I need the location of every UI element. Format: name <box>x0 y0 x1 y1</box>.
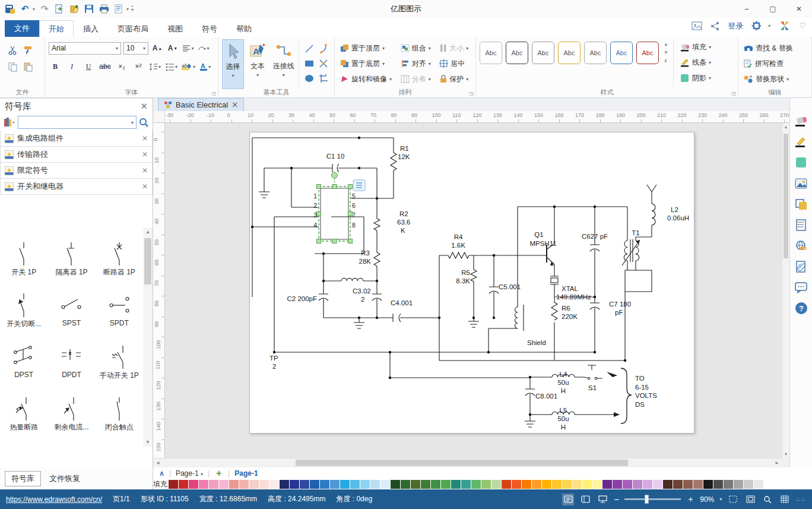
symbol-手动开关 1P[interactable]: 手动开关 1P <box>96 331 143 382</box>
category-close-icon[interactable]: ✕ <box>142 182 148 191</box>
ribbon-tab-5[interactable]: 帮助 <box>227 20 261 37</box>
color-swatch-26[interactable] <box>431 480 440 489</box>
library-category-0[interactable]: ★集成电路组件✕ <box>0 131 153 147</box>
hyperlink-icon[interactable] <box>795 239 808 252</box>
ellipse-shape-icon[interactable] <box>302 71 316 86</box>
symbol-热量断路[interactable]: 热量断路 <box>0 382 47 434</box>
library-category-2[interactable]: ★限定符号✕ <box>0 163 153 179</box>
attachment-icon[interactable] <box>795 260 808 273</box>
arc-shape-icon[interactable] <box>316 42 331 56</box>
color-swatch-54[interactable] <box>713 480 723 489</box>
crop-icon[interactable] <box>316 71 331 86</box>
send-back-button[interactable]: 置于底层▾ <box>338 56 395 71</box>
style-preset-1[interactable]: Abc <box>506 42 528 64</box>
center-button[interactable]: 居中 <box>437 56 472 71</box>
fill-style-icon[interactable] <box>795 115 808 128</box>
align-text-button[interactable]: ▾ <box>182 42 195 55</box>
select-tool-button[interactable]: 选择▾ <box>222 39 244 89</box>
color-swatch-11[interactable] <box>280 480 289 489</box>
category-close-icon[interactable]: ✕ <box>142 134 148 143</box>
style-preset-4[interactable]: Abc <box>584 42 607 64</box>
color-swatch-55[interactable] <box>724 480 733 489</box>
junction-shape-icon[interactable] <box>316 56 331 71</box>
shrink-font-button[interactable]: A▼ <box>166 42 179 55</box>
text-tool-button[interactable]: A 文本▾ <box>247 39 268 89</box>
color-swatch-15[interactable] <box>320 480 329 489</box>
style-preset-3[interactable]: Abc <box>558 42 581 64</box>
note-icon[interactable] <box>795 219 808 232</box>
fit-window-icon[interactable] <box>744 494 756 505</box>
grid-icon[interactable] <box>779 494 791 505</box>
zoom-caret[interactable]: ▾ <box>719 497 722 502</box>
library-category-3[interactable]: ★开关和继电器✕ <box>0 179 153 195</box>
ribbon-tab-0[interactable]: 开始 <box>39 20 74 37</box>
color-swatch-24[interactable] <box>411 480 420 489</box>
undo-caret[interactable]: ▾ <box>33 7 35 12</box>
color-swatch-27[interactable] <box>441 480 451 489</box>
text-rotate-button[interactable]: ▾ <box>197 42 210 55</box>
color-swatch-10[interactable] <box>269 480 279 489</box>
panel-scroll-down[interactable]: ▼ <box>143 438 153 447</box>
color-swatch-47[interactable] <box>643 480 652 489</box>
color-swatch-32[interactable] <box>491 480 501 489</box>
color-swatch-52[interactable] <box>693 480 703 489</box>
share-icon[interactable] <box>710 21 719 30</box>
line-button[interactable]: 线条▾ <box>678 55 713 70</box>
zoom-out-button[interactable]: − <box>614 494 619 504</box>
symbol-开关 1P[interactable]: 开关 1P <box>0 227 47 279</box>
color-swatch-14[interactable] <box>310 480 319 489</box>
symbol-剩余电流...[interactable]: 剩余电流... <box>47 382 95 434</box>
color-swatch-53[interactable] <box>703 480 713 489</box>
h-scroll-thumb[interactable] <box>296 460 628 466</box>
library-category-1[interactable]: ★传输路径✕ <box>0 147 153 163</box>
panel-tab-library[interactable]: 符号库 <box>5 471 41 486</box>
login-button[interactable]: 登录 <box>728 21 743 31</box>
symbol-双向触点[interactable]: 双向触点 <box>47 434 95 447</box>
symbol-断路器 1P[interactable]: 断路器 1P <box>96 227 143 279</box>
find-replace-button[interactable]: 查找 & 替换 <box>742 40 808 56</box>
rectangle-shape-icon[interactable] <box>302 56 316 71</box>
collapse-pagebar-icon[interactable]: ∧ <box>159 469 164 478</box>
font-size-select[interactable]: 10▾ <box>123 42 148 55</box>
page-tab-active[interactable]: Page-1 <box>234 469 258 478</box>
style-more[interactable]: ⇟ <box>664 58 668 64</box>
size-button[interactable]: 大小▾ <box>437 40 472 56</box>
zoom-slider-thumb[interactable] <box>645 495 649 504</box>
arrange-dialog-launcher[interactable]: ◳ <box>469 91 474 96</box>
grow-font-button[interactable]: A▲ <box>151 42 164 55</box>
color-swatch-16[interactable] <box>330 480 340 489</box>
panel-close-icon[interactable]: ✕ <box>140 101 148 112</box>
print-button[interactable] <box>99 4 109 14</box>
color-swatch-49[interactable] <box>663 480 673 489</box>
favorite-icon[interactable]: ♡ <box>799 21 806 30</box>
color-swatch-57[interactable] <box>744 480 753 489</box>
maximize-button[interactable]: ▢ <box>760 0 786 18</box>
page-selector[interactable]: Page-1 ▾ <box>176 469 203 478</box>
align-button[interactable]: 对齐▾ <box>399 56 434 71</box>
fill-button[interactable]: 填充▾ <box>678 39 713 55</box>
panel-scroll-thumb[interactable] <box>144 238 151 284</box>
drawing-viewport[interactable]: C1 10 R112K R263.6K R328K C2 200pF C3.02… <box>165 123 782 458</box>
insert-image-icon[interactable] <box>795 177 808 190</box>
color-swatch-25[interactable] <box>421 480 430 489</box>
font-dialog-launcher[interactable]: ◳ <box>211 91 216 96</box>
color-swatch-4[interactable] <box>209 480 218 489</box>
color-swatch-12[interactable] <box>290 480 299 489</box>
report-caret[interactable]: ▾ <box>126 7 129 12</box>
export-image-icon[interactable] <box>692 21 702 30</box>
normal-view-icon[interactable] <box>562 494 574 505</box>
color-swatch-3[interactable] <box>199 480 208 489</box>
presentation-icon[interactable] <box>597 494 608 505</box>
customize-qat-caret[interactable]: ▾ <box>131 6 134 12</box>
settings-gear-icon[interactable] <box>751 21 762 31</box>
color-swatch-48[interactable] <box>653 480 662 489</box>
horizontal-scrollbar[interactable]: ◄ ► <box>153 458 782 467</box>
vertical-scrollbar[interactable]: ▲ ▼ <box>782 123 789 458</box>
symbol-断路器触点[interactable]: 断路器触点 <box>0 434 47 447</box>
library-picker-icon[interactable] <box>4 117 15 128</box>
line-shape-icon[interactable] <box>302 42 316 56</box>
bullet-list-button[interactable]: ▾ <box>165 60 178 73</box>
comment-icon[interactable] <box>795 281 808 294</box>
color-swatch-43[interactable] <box>602 480 612 489</box>
bold-button[interactable]: B <box>49 60 62 73</box>
